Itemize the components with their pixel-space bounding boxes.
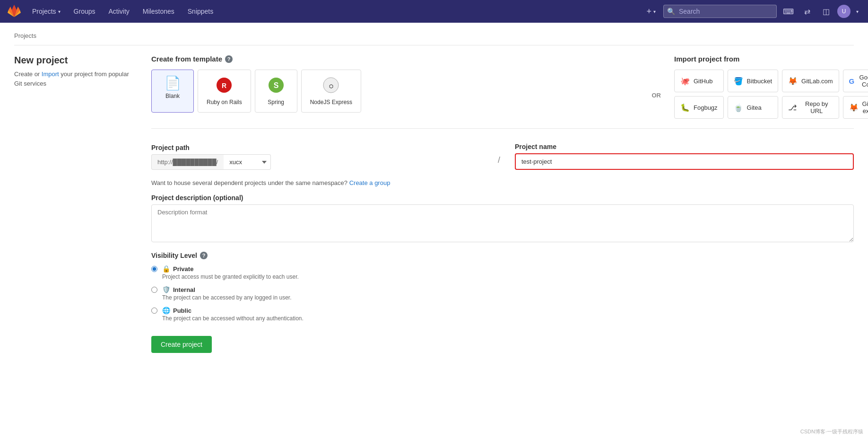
private-label-text: Private [173, 265, 193, 273]
radio-private-label: 🔒 Private [162, 265, 299, 273]
search-wrapper: 🔍 [663, 5, 777, 18]
template-cards: 📄 Blank R Ruby on Rails [151, 70, 639, 113]
project-path-group: Project path http://██████████/ xucx [151, 144, 490, 170]
github-label: GitHub [694, 78, 712, 85]
left-panel: New project Create or Import your projec… [14, 55, 132, 88]
avatar[interactable]: U [837, 5, 851, 18]
hint-prefix: Want to house several dependent projects… [151, 179, 349, 186]
svg-text:S: S [273, 81, 278, 89]
nav-groups-label: Groups [74, 8, 95, 15]
keyboard-shortcut-icon[interactable]: ⌨ [781, 4, 796, 19]
project-namespace-select[interactable]: xucx [224, 154, 271, 170]
nav-milestones-label: Milestones [143, 8, 174, 15]
spring-label: Spring [268, 99, 284, 106]
blank-template-label: Blank [165, 93, 180, 99]
breadcrumb-text: Projects [14, 32, 36, 39]
ruby-on-rails-label: Ruby on Rails [207, 99, 242, 106]
template-help-icon[interactable]: ? [225, 55, 233, 63]
nav-groups[interactable]: Groups [68, 5, 101, 18]
gitlab-export-icon: 🦊 [849, 103, 859, 112]
chevron-down-icon: ▾ [58, 9, 61, 14]
visibility-title-text: Visibility Level [151, 252, 197, 259]
radio-private[interactable] [151, 266, 157, 272]
project-path-label: Project path [151, 144, 490, 151]
navbar-right: + ▾ 🔍 ⌨ ⇄ ◫ U ▾ [642, 4, 860, 19]
nav-milestones[interactable]: Milestones [137, 5, 180, 18]
template-card-ruby-on-rails[interactable]: R Ruby on Rails [198, 70, 251, 113]
google-icon: G [849, 77, 855, 85]
template-card-nodejs[interactable]: ⬡ NodeJS Express [301, 70, 361, 113]
import-section: Import project from 🐙 GitHub 🪣 Bitbucket [674, 55, 854, 119]
project-name-input[interactable] [515, 153, 854, 170]
nodejs-label: NodeJS Express [310, 99, 352, 106]
page-content: Projects New project Create or Import yo… [0, 23, 868, 440]
page-title: New project [14, 55, 132, 66]
project-path-prefix: http://██████████/ [151, 154, 224, 170]
subtitle-prefix: Create or [14, 70, 42, 78]
visibility-help-icon[interactable]: ? [200, 252, 208, 259]
repo-by-url-label: Repo by URL [800, 100, 833, 114]
spring-icon: S [268, 77, 285, 96]
repo-url-icon: ⎇ [788, 103, 797, 112]
create-project-label: Create project [161, 341, 202, 348]
radio-public-content: 🌐 Public The project can be accessed wit… [162, 307, 304, 322]
import-gitea-button[interactable]: 🍵 Gitea [728, 96, 778, 119]
nav-activity-label: Activity [109, 8, 130, 15]
merge-request-icon[interactable]: ⇄ [799, 4, 815, 19]
internal-label-text: Internal [173, 286, 195, 293]
blank-template-icon: 📄 [165, 77, 181, 90]
description-textarea[interactable] [151, 204, 854, 242]
radio-internal[interactable] [151, 287, 157, 293]
shield-icon: 🛡️ [162, 286, 170, 293]
slash-divider: / [498, 155, 507, 170]
import-link[interactable]: Import [42, 70, 59, 78]
project-path-input-group: http://██████████/ xucx [151, 154, 490, 170]
project-name-group: Project name [515, 143, 854, 170]
create-group-link[interactable]: Create a group [349, 179, 391, 186]
hint-text: Want to house several dependent projects… [151, 179, 854, 186]
nav-snippets[interactable]: Snippets [182, 5, 219, 18]
create-project-button[interactable]: Create project [151, 336, 212, 353]
navbar: Projects ▾ Groups Activity Milestones Sn… [0, 0, 868, 23]
new-item-button[interactable]: + ▾ [642, 5, 660, 18]
breadcrumb: Projects [14, 32, 854, 45]
nav-activity[interactable]: Activity [103, 5, 135, 18]
fogbugz-icon: 🐛 [680, 103, 690, 112]
nav-projects[interactable]: Projects ▾ [26, 5, 66, 18]
bitbucket-icon: 🪣 [734, 77, 743, 86]
issues-icon[interactable]: ◫ [818, 4, 833, 19]
avatar-dropdown-button[interactable]: ▾ [854, 7, 860, 16]
gitlab-com-label: GitLab.com [801, 78, 833, 85]
avatar-initials: U [842, 8, 846, 15]
gitlab-brand[interactable] [8, 5, 21, 18]
visibility-section: Visibility Level ? 🔒 Private Project acc… [151, 252, 854, 322]
public-description: The project can be accessed without any … [162, 315, 304, 322]
import-grid: 🐙 GitHub 🪣 Bitbucket 🦊 GitLab.com G [674, 70, 854, 119]
template-card-blank[interactable]: 📄 Blank [151, 70, 194, 113]
import-google-code-button[interactable]: G Google Code [843, 70, 868, 92]
public-label-text: Public [173, 307, 191, 314]
import-bitbucket-button[interactable]: 🪣 Bitbucket [728, 70, 778, 92]
import-gitlab-export-button[interactable]: 🦊 GitLab export [843, 96, 868, 119]
radio-public[interactable] [151, 308, 157, 314]
description-group: Project description (optional) [151, 194, 854, 242]
svg-text:⬡: ⬡ [329, 84, 333, 89]
search-input[interactable] [663, 5, 777, 18]
template-card-spring[interactable]: S Spring [255, 70, 297, 113]
page-subtitle: Create or Import your project from popul… [14, 70, 132, 88]
right-panel: Create from template ? 📄 Blank [151, 55, 854, 353]
plus-chevron-icon: ▾ [653, 9, 656, 14]
import-section-title: Import project from [674, 55, 854, 63]
radio-public-label: 🌐 Public [162, 307, 304, 314]
svg-text:R: R [222, 82, 226, 89]
import-fogbugz-button[interactable]: 🐛 Fogbugz [674, 96, 724, 119]
radio-option-internal: 🛡️ Internal The project can be accessed … [151, 286, 854, 301]
radio-option-private: 🔒 Private Project access must be granted… [151, 265, 854, 280]
import-github-button[interactable]: 🐙 GitHub [674, 70, 724, 92]
import-gitlab-com-button[interactable]: 🦊 GitLab.com [782, 70, 839, 92]
visibility-title: Visibility Level ? [151, 252, 854, 259]
google-code-label: Google Code [858, 74, 868, 88]
fogbugz-label: Fogbugz [694, 104, 718, 111]
import-repo-by-url-button[interactable]: ⎇ Repo by URL [782, 96, 839, 119]
gitlab-com-icon: 🦊 [788, 77, 798, 86]
